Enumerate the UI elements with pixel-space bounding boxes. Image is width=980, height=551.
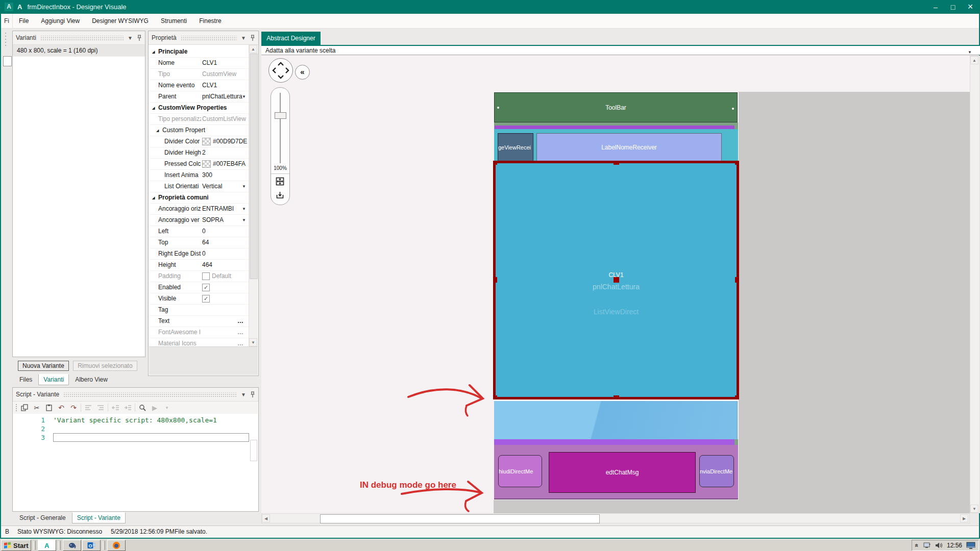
copy-icon[interactable] [19, 403, 30, 413]
tab-albero-view[interactable]: Albero View [70, 374, 113, 385]
dock-grip[interactable] [4, 32, 7, 47]
property-value[interactable]: ✓ [201, 293, 249, 304]
checkbox-unchecked[interactable] [202, 272, 210, 280]
scroll-up-icon[interactable]: ▲ [249, 45, 257, 53]
property-value[interactable]: CustomListView [201, 114, 249, 124]
checkbox-checked[interactable]: ✓ [202, 284, 210, 291]
tab-files[interactable]: Files [14, 374, 37, 385]
uncomment-icon[interactable] [95, 403, 106, 413]
collapse-controls-button[interactable]: « [295, 65, 310, 80]
properties-scrollbar[interactable]: ▲ ▼ [249, 45, 258, 346]
menu-designer-wysiwyg[interactable]: Designer WYSIWYG [86, 14, 155, 28]
start-button[interactable]: Start [1, 540, 31, 551]
minimize-button[interactable]: – [927, 0, 944, 14]
selection-handle[interactable] [493, 395, 497, 399]
property-row-top[interactable]: Top64 [149, 237, 249, 248]
zoom-slider-track[interactable] [280, 93, 281, 163]
property-row-ancoraggio-ver[interactable]: Ancoraggio verSOPRA▼ [149, 215, 249, 226]
property-value[interactable]: … [201, 338, 249, 346]
code-editor[interactable]: 1'Variant specific script: 480x800,scale… [13, 414, 258, 511]
quicklaunch-pgadmin[interactable] [63, 540, 81, 551]
property-value[interactable]: #007EB4FA [201, 159, 249, 169]
dropdown-arrow-icon[interactable]: ▼ [242, 204, 246, 214]
property-value[interactable]: ENTRAMBI▼ [201, 204, 249, 214]
tab-varianti[interactable]: Varianti [38, 374, 69, 385]
cut-icon[interactable]: ✂ [32, 403, 42, 413]
scroll-down-icon[interactable]: ▼ [249, 338, 257, 346]
tab-script-generale[interactable]: Script - Generale [14, 512, 71, 523]
property-section-custom-propert[interactable]: ◢Custom Propert [149, 125, 249, 136]
property-row-enabled[interactable]: Enabled✓ [149, 282, 249, 293]
tab-script-variante[interactable]: Script - Variante [72, 512, 126, 523]
search-icon[interactable] [137, 403, 148, 413]
tray-expand-icon[interactable]: « [914, 544, 921, 547]
property-row-height[interactable]: Height464 [149, 260, 249, 271]
view-label-nome-receiver[interactable]: LabelNomeReceiver [536, 133, 722, 161]
toolbar-grip[interactable] [15, 404, 17, 412]
selection-handle[interactable] [493, 277, 497, 283]
property-row-pressed-colc[interactable]: Pressed Colc#007EB4FA [149, 159, 249, 170]
property-value[interactable]: ✓ [201, 282, 249, 293]
scrollbar-thumb[interactable] [320, 514, 600, 523]
property-value[interactable]: Vertical▼ [201, 181, 249, 192]
property-row-right-edge-dist[interactable]: Right Edge Dist0 [149, 248, 249, 260]
property-value[interactable]: CustomView [201, 69, 249, 80]
property-value[interactable]: 0 [201, 248, 249, 259]
property-row-parent[interactable]: ParentpnlChatLettura▼ [149, 91, 249, 103]
variant-fit-dropdown[interactable]: Adatta alla variante scelta ▼ [261, 45, 980, 55]
scroll-right-icon[interactable]: ▶ [960, 514, 968, 522]
redo-icon[interactable]: ↷ [68, 403, 79, 413]
pin-icon[interactable] [250, 35, 255, 41]
code-line[interactable]: 2 [13, 424, 258, 433]
view-edt-chat-msg[interactable]: edtChatMsg [549, 452, 696, 493]
quicklaunch-firefox[interactable] [107, 540, 126, 551]
property-row-list-orientati[interactable]: List OrientatiVertical▼ [149, 181, 249, 192]
expander-icon[interactable]: ◢ [152, 103, 157, 113]
property-row-nome-evento[interactable]: Nome eventoCLV1 [149, 80, 249, 91]
property-row-tag[interactable]: Tag [149, 305, 249, 316]
run-icon[interactable]: ▶ [150, 403, 160, 413]
property-section-customview-properties[interactable]: ◢CustomView Properties [149, 103, 249, 114]
remove-selected-button[interactable]: Rimuovi selezionato [73, 361, 137, 371]
dropdown-arrow-icon[interactable]: ▼ [242, 181, 246, 192]
ellipsis-button[interactable]: … [237, 327, 244, 338]
pan-pad[interactable] [268, 58, 293, 83]
scroll-up-icon[interactable]: ▲ [970, 56, 978, 64]
tab-abstract-designer[interactable]: Abstract Designer [261, 32, 321, 45]
ellipsis-button[interactable]: … [237, 338, 244, 346]
toolbar-overflow-icon[interactable]: ▾ [162, 403, 172, 413]
outdent-icon[interactable] [110, 403, 120, 413]
property-value[interactable]: … [201, 327, 249, 338]
expander-icon[interactable]: ◢ [156, 125, 161, 136]
code-scrollbar-thumb[interactable] [250, 440, 257, 461]
collapsed-panel-tab[interactable]: Fi [1, 14, 13, 28]
property-value[interactable]: … [201, 316, 249, 327]
ellipsis-button[interactable]: … [237, 316, 244, 327]
collapsed-tab-label[interactable]: B [5, 526, 9, 538]
property-row-text[interactable]: Text… [149, 316, 249, 327]
canvas-hscrollbar[interactable]: ◀ ▶ [261, 513, 970, 523]
property-row-nome[interactable]: NomeCLV1 [149, 58, 249, 69]
property-value[interactable]: 464 [201, 260, 249, 270]
chevron-down-icon[interactable]: ▼ [241, 392, 246, 397]
property-row-fontawesome-i[interactable]: FontAwesome I… [149, 327, 249, 338]
scroll-down-icon[interactable]: ▼ [970, 505, 978, 513]
selection-handle[interactable] [493, 161, 497, 165]
menu-strumenti[interactable]: Strumenti [155, 14, 193, 28]
property-section-principale[interactable]: ◢Principale [149, 46, 249, 58]
close-button[interactable]: × [962, 0, 979, 14]
comment-icon[interactable] [83, 403, 93, 413]
selection-handle[interactable] [735, 277, 739, 283]
network-icon[interactable] [923, 542, 931, 549]
property-value[interactable]: 2 [201, 147, 249, 158]
code-line[interactable]: 3 [13, 433, 258, 442]
selection-handle[interactable] [614, 395, 619, 399]
property-value[interactable]: 64 [201, 237, 249, 248]
view-toolbar[interactable]: ToolBar [494, 92, 738, 122]
chevron-down-icon[interactable]: ▼ [241, 35, 246, 41]
pin-icon[interactable] [250, 391, 255, 398]
code-line[interactable]: 1'Variant specific script: 480x800,scale… [13, 416, 258, 424]
quicklaunch-outlook[interactable]: O [82, 540, 101, 551]
zoom-slider-thumb[interactable] [275, 112, 286, 119]
collapsed-panel-icon[interactable] [3, 56, 12, 66]
